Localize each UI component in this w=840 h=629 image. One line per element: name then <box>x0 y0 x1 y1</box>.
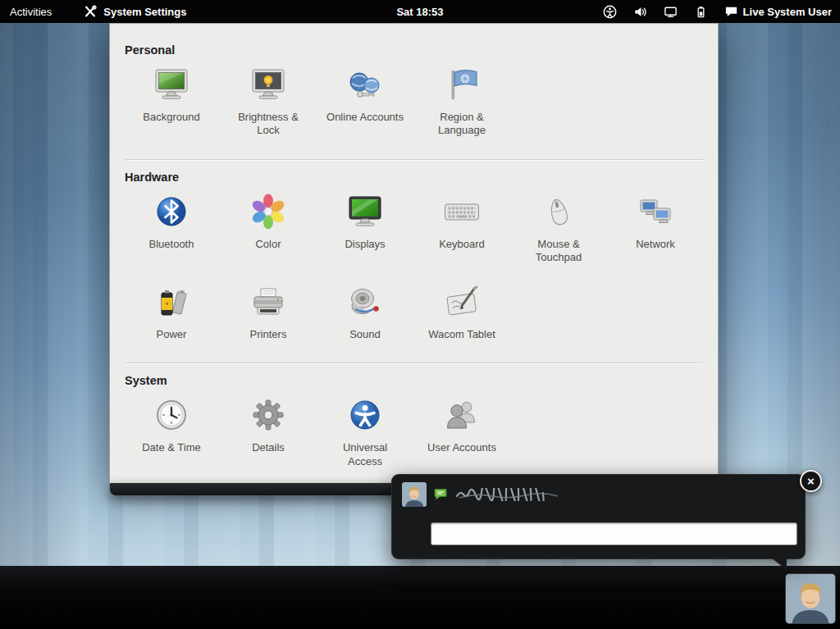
clock[interactable]: Sat 18:53 <box>396 6 443 18</box>
universal-access-icon <box>345 395 385 435</box>
chat-notification <box>391 474 806 559</box>
settings-item-details[interactable]: Details <box>220 390 317 473</box>
contact-name-scribble <box>454 488 594 501</box>
color-icon <box>249 192 288 231</box>
settings-item-color[interactable]: Color <box>220 187 317 270</box>
settings-item-date-and-time[interactable]: Date & Time <box>123 390 220 473</box>
top-bar: Activities System Settings Sat 18:53 Liv… <box>0 0 840 23</box>
settings-item-label: Brightness & Lock <box>229 111 308 138</box>
settings-item-label: Bluetooth <box>149 238 194 251</box>
settings-section-system: SystemDate & TimeDetailsUniversal Access… <box>123 374 705 481</box>
settings-item-label: Region & Language <box>422 111 501 138</box>
display-icon[interactable] <box>664 5 678 19</box>
contact-avatar <box>402 482 427 507</box>
accessibility-icon[interactable] <box>603 5 617 19</box>
settings-item-label: Power <box>157 328 187 341</box>
details-icon <box>249 395 288 435</box>
user-menu[interactable]: Live System User <box>724 0 832 23</box>
settings-section-personal: PersonalBackgroundBrightness & LockOnlin… <box>123 43 705 151</box>
section-separator <box>125 159 703 161</box>
settings-item-brightness-and-lock[interactable]: Brightness & Lock <box>220 60 317 143</box>
desktop: Activities System Settings Sat 18:53 Liv… <box>0 0 840 629</box>
message-tray <box>0 566 840 629</box>
settings-item-universal-access[interactable]: Universal Access <box>317 390 413 473</box>
settings-item-label: Details <box>252 441 285 454</box>
power-icon: + <box>152 282 191 321</box>
section-title: System <box>125 374 705 387</box>
settings-item-label: Printers <box>250 328 287 341</box>
volume-icon[interactable] <box>633 5 647 19</box>
app-menu-label: System Settings <box>103 6 186 18</box>
settings-item-label: Keyboard <box>439 238 485 251</box>
keyboard-icon <box>442 192 482 231</box>
activities-button[interactable]: Activities <box>0 0 62 23</box>
close-notification-button[interactable]: × <box>800 470 822 492</box>
settings-item-user-accounts[interactable]: User Accounts <box>413 390 510 473</box>
settings-item-mouse-and-touchpad[interactable]: Mouse & Touchpad <box>510 187 607 270</box>
settings-item-label: Displays <box>345 238 385 251</box>
settings-item-label: Online Accounts <box>326 111 404 124</box>
date-time-icon <box>152 395 191 435</box>
settings-item-label: Date & Time <box>142 441 201 454</box>
bluetooth-icon <box>152 192 191 231</box>
region-language-icon <box>442 65 482 104</box>
wacom-tablet-icon <box>442 282 482 321</box>
settings-section-hardware: HardwareBluetoothColorDisplaysKeyboardMo… <box>123 171 705 355</box>
battery-icon[interactable] <box>694 5 708 19</box>
printers-icon <box>249 282 288 321</box>
settings-item-displays[interactable]: Displays <box>317 187 413 270</box>
online-accounts-icon <box>345 65 385 104</box>
settings-item-label: Background <box>143 111 199 124</box>
settings-item-bluetooth[interactable]: Bluetooth <box>123 187 220 270</box>
background-icon <box>152 65 191 104</box>
settings-item-network[interactable]: Network <box>607 187 704 270</box>
settings-item-background[interactable]: Background <box>123 60 220 143</box>
displays-icon <box>345 192 385 231</box>
user-menu-label: Live System User <box>743 6 832 18</box>
crossed-tools-icon <box>83 4 98 19</box>
chat-reply-input[interactable] <box>431 522 797 545</box>
chat-bubble-icon <box>724 5 738 19</box>
section-title: Hardware <box>125 171 705 184</box>
settings-item-keyboard[interactable]: Keyboard <box>413 187 510 270</box>
settings-item-label: Mouse & Touchpad <box>519 238 598 265</box>
settings-sections: PersonalBackgroundBrightness & LockOnlin… <box>110 24 718 481</box>
settings-item-printers[interactable]: Printers <box>220 277 317 346</box>
svg-text:+: + <box>165 301 168 307</box>
tray-contact-avatar[interactable] <box>785 573 836 624</box>
settings-item-power[interactable]: +Power <box>123 277 220 346</box>
settings-item-label: Color <box>255 238 281 251</box>
settings-item-region-and-language[interactable]: Region & Language <box>413 60 510 143</box>
settings-item-label: Universal Access <box>326 441 404 468</box>
section-separator <box>125 362 703 364</box>
settings-item-label: Network <box>636 238 675 251</box>
brightness-lock-icon <box>249 65 288 104</box>
settings-item-label: Sound <box>349 328 381 341</box>
system-settings-window: PersonalBackgroundBrightness & LockOnlin… <box>109 23 719 484</box>
settings-item-sound[interactable]: Sound <box>317 277 413 346</box>
settings-item-label: User Accounts <box>427 441 496 454</box>
network-icon <box>636 192 675 231</box>
chat-notification-header <box>392 475 805 507</box>
sound-icon <box>345 282 385 321</box>
chat-message-icon <box>433 487 448 502</box>
user-accounts-icon <box>442 395 482 435</box>
section-title: Personal <box>125 43 705 57</box>
settings-item-label: Wacom Tablet <box>428 328 495 341</box>
settings-item-online-accounts[interactable]: Online Accounts <box>317 60 413 143</box>
app-menu[interactable]: System Settings <box>83 0 186 23</box>
mouse-touchpad-icon <box>539 192 578 231</box>
settings-item-wacom-tablet[interactable]: Wacom Tablet <box>413 277 510 346</box>
